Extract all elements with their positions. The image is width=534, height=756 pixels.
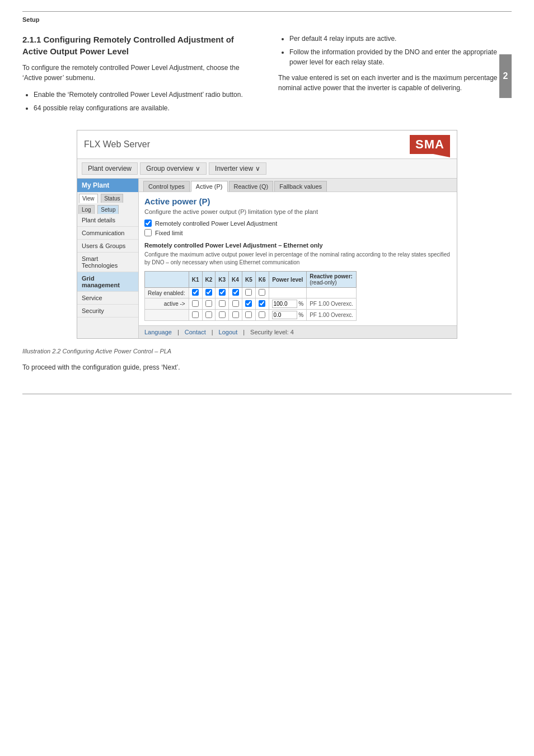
checkbox-fixed-limit[interactable] bbox=[144, 229, 152, 236]
col-header-k1: K1 bbox=[189, 272, 202, 288]
right-bullet-list: Per default 4 relay inputs are active. F… bbox=[289, 34, 512, 67]
flx-subtabs: Control types Active (P) Reactive (Q) Fa… bbox=[139, 179, 457, 192]
illustration-label: Illustration 2.2 Configuring Active Powe… bbox=[22, 348, 512, 354]
footer-logout[interactable]: Logout bbox=[219, 329, 238, 335]
group-overview-chevron: ∨ bbox=[195, 165, 200, 172]
tab-status[interactable]: Status bbox=[101, 194, 123, 203]
flx-content: Active power (P) Configure the active po… bbox=[139, 192, 457, 325]
k2-enabled bbox=[202, 288, 216, 298]
flx-widget: FLX Web Server SMA Plant overview Group … bbox=[77, 130, 457, 339]
power-level-input-2: % bbox=[269, 310, 307, 321]
k3-enabled bbox=[216, 288, 229, 298]
sidebar-item-plant-details[interactable]: Plant details bbox=[77, 214, 138, 227]
tab-setup[interactable]: Setup bbox=[97, 205, 119, 214]
col-header-k5: K5 bbox=[242, 272, 255, 288]
k4-row2 bbox=[229, 310, 242, 321]
content-section-desc: Configure the active power output (P) li… bbox=[144, 208, 451, 215]
k1-row2 bbox=[189, 310, 202, 321]
checkbox-remote-control[interactable] bbox=[144, 220, 152, 227]
section-title: 2.1.1 Configuring Remotely Controlled Ad… bbox=[22, 34, 256, 57]
section-header-label: Setup bbox=[22, 16, 40, 23]
sidebar-item-users-groups[interactable]: Users & Groups bbox=[77, 240, 138, 253]
right-bullet-2: Follow the information provided by the D… bbox=[289, 47, 512, 67]
bottom-divider bbox=[22, 394, 512, 396]
k5-active bbox=[242, 298, 255, 310]
flx-header: FLX Web Server SMA bbox=[77, 130, 457, 159]
col-header-power-level: Power level bbox=[269, 272, 307, 288]
tab-view[interactable]: View bbox=[79, 194, 98, 203]
sidebar-item-grid-management[interactable]: Grid management bbox=[77, 272, 138, 292]
sidebar-item-smart-tech[interactable]: Smart Technologies bbox=[77, 253, 138, 272]
checkbox-remote-label: Remotely controlled Power Level Adjustme… bbox=[155, 220, 277, 227]
nav-group-overview[interactable]: Group overview ∨ bbox=[140, 162, 207, 175]
page-number-badge: 2 bbox=[499, 54, 512, 98]
footer-language[interactable]: Language bbox=[144, 329, 172, 335]
remote-title: Remotely controlled Power Level Adjustme… bbox=[144, 242, 451, 249]
right-para: The value entered is set on each inverte… bbox=[278, 73, 512, 93]
power-level-1 bbox=[269, 288, 307, 298]
tab-log[interactable]: Log bbox=[78, 205, 95, 214]
flx-footer: Language | Contact | Logout | Security l… bbox=[139, 325, 457, 338]
col-header-k3: K3 bbox=[216, 272, 229, 288]
blank-label bbox=[145, 310, 189, 321]
k6-row2 bbox=[255, 310, 269, 321]
power-level-input-1: % bbox=[269, 298, 307, 310]
nav-inverter-view[interactable]: Inverter view ∨ bbox=[209, 162, 266, 175]
subtab-reactive-q[interactable]: Reactive (Q) bbox=[229, 181, 274, 192]
k6-enabled bbox=[255, 288, 269, 298]
sidebar-item-security[interactable]: Security bbox=[77, 305, 138, 318]
relay-table: K1 K2 K3 K4 K5 K6 Power level Reactive p… bbox=[144, 271, 357, 321]
power-level-field-1[interactable] bbox=[272, 300, 297, 308]
checkbox-fixed-label: Fixed limit bbox=[155, 230, 183, 236]
k1-enabled bbox=[189, 288, 202, 298]
flx-nav: Plant overview Group overview ∨ Inverter… bbox=[77, 159, 457, 179]
col-header-blank bbox=[145, 272, 189, 288]
k5-row2 bbox=[242, 310, 255, 321]
bottom-text: To proceed with the configuration guide,… bbox=[22, 363, 512, 371]
flx-view-tabs: View Status Log Setup bbox=[77, 192, 138, 214]
checkbox-row-1: Remotely controlled Power Level Adjustme… bbox=[144, 220, 451, 227]
inverter-view-chevron: ∨ bbox=[255, 165, 260, 172]
subtab-fallback-values[interactable]: Fallback values bbox=[274, 181, 327, 192]
reactive-power-display-2: PF 1.00 Overexc. bbox=[307, 310, 357, 321]
sidebar-item-service[interactable]: Service bbox=[77, 292, 138, 305]
col-header-reactive-power: Reactive power:(read-only) bbox=[307, 272, 357, 288]
table-row-2: % PF 1.00 Overexc. bbox=[145, 310, 357, 321]
footer-contact[interactable]: Contact bbox=[185, 329, 206, 335]
sidebar-header: My Plant bbox=[77, 179, 138, 192]
k6-active bbox=[255, 298, 269, 310]
col-header-k4: K4 bbox=[229, 272, 242, 288]
flx-body: My Plant View Status Log Setup Plant det… bbox=[77, 179, 457, 338]
k3-active bbox=[216, 298, 229, 310]
left-bullet-1: Enable the ‘Remotely controlled Power Le… bbox=[34, 90, 256, 100]
col-header-k6: K6 bbox=[255, 272, 269, 288]
relay-enabled-label: Relay enabled: bbox=[145, 288, 189, 298]
content-section-title: Active power (P) bbox=[144, 197, 451, 206]
k2-row2 bbox=[202, 310, 216, 321]
col-header-k2: K2 bbox=[202, 272, 216, 288]
k5-enabled bbox=[242, 288, 255, 298]
flx-title: FLX Web Server bbox=[84, 139, 150, 150]
left-column: 2.1.1 Configuring Remotely Controlled Ad… bbox=[22, 34, 256, 119]
subtab-active-p[interactable]: Active (P) bbox=[191, 181, 228, 192]
sma-logo: SMA bbox=[410, 135, 450, 154]
reactive-power-display-1: PF 1.00 Overexc. bbox=[307, 298, 357, 310]
flx-main: Control types Active (P) Reactive (Q) Fa… bbox=[139, 179, 457, 338]
nav-plant-overview[interactable]: Plant overview bbox=[82, 162, 138, 175]
left-bullet-list: Enable the ‘Remotely controlled Power Le… bbox=[34, 90, 256, 113]
subtab-control-types[interactable]: Control types bbox=[143, 181, 190, 192]
sidebar-item-communication[interactable]: Communication bbox=[77, 227, 138, 240]
relay-active-label: active -> bbox=[145, 298, 189, 310]
power-level-field-2[interactable] bbox=[272, 311, 297, 319]
intro-text: To configure the remotely controlled Pow… bbox=[22, 63, 256, 83]
checkbox-row-2: Fixed limit bbox=[144, 229, 451, 236]
footer-security: Security level: 4 bbox=[250, 329, 294, 335]
left-bullet-2: 64 possible relay configurations are ava… bbox=[34, 103, 256, 113]
k4-enabled bbox=[229, 288, 242, 298]
flx-sidebar: My Plant View Status Log Setup Plant det… bbox=[77, 179, 139, 338]
k1-active bbox=[189, 298, 202, 310]
table-row-active: active -> % PF 1.00 Overexc. bbox=[145, 298, 357, 310]
section-header: Setup bbox=[22, 11, 512, 24]
k3-row2 bbox=[216, 310, 229, 321]
right-column: Per default 4 relay inputs are active. F… bbox=[278, 34, 512, 119]
